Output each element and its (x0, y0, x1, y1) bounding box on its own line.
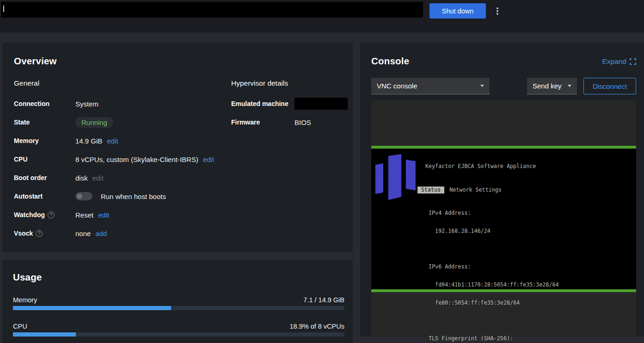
watchdog-value: Reset (75, 211, 93, 219)
memory-edit-link[interactable]: edit (107, 137, 118, 145)
console-card: Console Expand VNC console Send key Disc… (360, 43, 644, 337)
send-key-label: Send key (533, 82, 562, 90)
appliance-logo-icon (375, 163, 383, 194)
expand-link[interactable]: Expand (602, 57, 636, 66)
console-controls: VNC console Send key Disconnect (371, 78, 636, 94)
terminal-line: fe80::5054:ff:fe35:3e28/64 (425, 300, 634, 306)
usage-memory-label: Memory (13, 296, 37, 304)
vm-framebuffer[interactable]: Keyfactor EJBCA Software Appliance Statu… (371, 146, 636, 292)
general-heading: General (14, 79, 39, 87)
boot-order-label: Boot order (14, 168, 75, 187)
terminal-text: Keyfactor EJBCA Software Appliance Statu… (425, 151, 634, 343)
memory-label: Memory (14, 131, 75, 150)
autostart-toggle[interactable] (75, 192, 92, 200)
terminal-tabs: Status Network Settings (425, 187, 634, 194)
terminal-line: IPv4 Address: (425, 210, 634, 216)
watchdog-edit-link[interactable]: edit (98, 211, 109, 219)
kebab-menu-icon[interactable] (494, 5, 501, 17)
emulated-machine-label: Emulated machine (231, 94, 294, 113)
chevron-down-icon (568, 85, 571, 87)
top-toolbar: Shut down (0, 0, 644, 32)
terminal-line: IPv6 Address: (425, 264, 634, 270)
cpu-progress-bar (13, 332, 344, 337)
connection-label: Connection (14, 94, 75, 113)
watchdog-label: Watchdog (14, 211, 45, 218)
overview-title: Overview (14, 56, 57, 67)
shutdown-button[interactable]: Shut down (429, 3, 486, 19)
vsock-value: none (75, 230, 91, 237)
cpu-edit-link[interactable]: edit (203, 156, 214, 163)
chevron-down-icon (480, 85, 484, 87)
console-type-value: VNC console (377, 82, 417, 90)
state-badge: Running (75, 117, 113, 128)
vsock-add-link[interactable]: add (95, 230, 107, 237)
overview-card: Overview General Hypervisor details Conn… (2, 43, 353, 252)
terminal-line: fd04:41b1:1170:28:5054:ff:fe35:3e28/64 (425, 282, 634, 288)
usage-title: Usage (13, 272, 42, 283)
firmware-label: Firmware (231, 113, 294, 131)
memory-value: 14.9 GiB (75, 137, 102, 145)
usage-cpu-row: CPU 18.9% of 8 vCPUs (13, 323, 344, 330)
redacted-emulated-machine (294, 98, 348, 110)
usage-cpu-value: 18.9% of 8 vCPUs (290, 323, 344, 330)
memory-progress-bar (13, 306, 344, 310)
expand-corners-icon (630, 58, 636, 65)
disconnect-button[interactable]: Disconnect (583, 78, 636, 94)
memory-progress-fill (13, 306, 171, 310)
console-type-select[interactable]: VNC console (371, 78, 490, 94)
send-key-dropdown[interactable]: Send key (527, 78, 577, 94)
usage-cpu-label: CPU (13, 323, 27, 330)
usage-memory-row: Memory 7.1 / 14.9 GiB (13, 296, 344, 304)
firmware-value: BIOS (294, 118, 311, 126)
vsock-label: Vsock (14, 230, 33, 237)
autostart-value: Run when host boots (101, 193, 166, 200)
redacted-vm-title (1, 2, 423, 18)
connection-value: System (75, 100, 98, 108)
cpu-progress-fill (13, 332, 76, 337)
terminal-line (425, 318, 634, 324)
terminal-line: 192.168.28.146/24 (425, 228, 634, 234)
cpu-value: 8 vCPUs, custom (Skylake-Client-IBRS) (75, 156, 198, 163)
general-fields: Connection System State Running Memory 1… (14, 94, 220, 243)
text-cursor (3, 6, 4, 12)
question-circle-icon[interactable]: ? (36, 230, 43, 237)
hypervisor-heading: Hypervisor details (231, 79, 288, 87)
expand-label: Expand (602, 57, 626, 66)
state-label: State (14, 113, 75, 131)
appliance-logo-icon (388, 154, 401, 200)
boot-order-edit-link[interactable]: edit (92, 174, 104, 182)
vnc-display-area[interactable]: Keyfactor EJBCA Software Appliance Statu… (371, 100, 636, 336)
console-title: Console (371, 56, 409, 67)
terminal-line (425, 246, 634, 252)
tab-status: Status (417, 187, 444, 193)
tab-network-settings: Network Settings (449, 187, 502, 193)
terminal-line: TLS Fingerprint (SHA-256): (425, 336, 634, 342)
boot-order-value: disk (75, 174, 88, 182)
appliance-logo-icon (406, 160, 416, 190)
hypervisor-fields: Emulated machine Firmware BIOS (231, 94, 344, 131)
autostart-label: Autostart (14, 187, 75, 206)
cpu-label: CPU (14, 150, 75, 168)
usage-memory-value: 7.1 / 14.9 GiB (303, 296, 344, 304)
usage-card: Usage Memory 7.1 / 14.9 GiB CPU 18.9% of… (2, 260, 353, 343)
question-circle-icon[interactable]: ? (48, 212, 55, 218)
terminal-title: Keyfactor EJBCA Software Appliance (425, 163, 634, 169)
